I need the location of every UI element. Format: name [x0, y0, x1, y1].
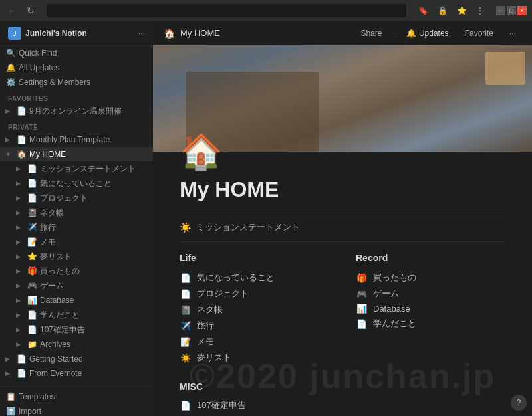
updates-button[interactable]: 🔔 Updates: [401, 27, 454, 40]
memo-icon: 📝: [27, 237, 37, 247]
sidebar-item-templates[interactable]: 📋 Templates: [0, 389, 153, 404]
list-item-travel[interactable]: ✈️ 旅行: [180, 318, 329, 334]
learned-icon: 📄: [27, 310, 37, 320]
page-divider-2: [180, 241, 505, 242]
kinani-label: 気になっていること: [40, 178, 145, 189]
sidebar-item-onsen[interactable]: ▶ 📄 9月のオンライン温泉開催: [0, 104, 153, 118]
sidebar-item-quick-find[interactable]: 🔍 Quick Find: [0, 46, 153, 60]
maximize-button[interactable]: □: [507, 6, 516, 15]
toggle-icon: ▶: [16, 209, 24, 216]
sidebar-item-travel[interactable]: ▶ ✈️ 旅行: [0, 220, 153, 235]
tax-misc-icon: 📄: [180, 401, 192, 411]
separator: ·: [392, 27, 395, 39]
share-button[interactable]: Share: [355, 27, 387, 40]
templates-icon: 📋: [5, 391, 16, 402]
sidebar-item-dream[interactable]: ▶ ⭐ 夢リスト: [0, 249, 153, 264]
learned-label: 学んだこと: [40, 310, 145, 321]
workspace-header[interactable]: J Junichi's Notion ···: [0, 21, 153, 46]
help-button[interactable]: ?: [511, 395, 527, 411]
topbar-actions: Share · 🔔 Updates Favorite ···: [355, 27, 521, 40]
list-item-kinani[interactable]: 📄 気になっていること: [180, 270, 329, 286]
list-item-database[interactable]: 📊 Database: [356, 302, 505, 316]
mission-row[interactable]: ☀️ ミッションステートメント: [180, 219, 505, 236]
refresh-button[interactable]: ↻: [24, 4, 37, 17]
sidebar-item-learned[interactable]: ▶ 📄 学んだこと: [0, 308, 153, 322]
list-item-project[interactable]: 📄 プロジェクト: [180, 286, 329, 302]
neta-item-icon: 📓: [180, 305, 192, 315]
onsen-label: 9月のオンライン温泉開催: [29, 106, 145, 117]
sidebar-item-import[interactable]: ⬆️ Import: [0, 404, 153, 416]
sidebar-item-game[interactable]: ▶ 🎮 ゲーム: [0, 278, 153, 293]
database-item-icon: 📊: [356, 304, 368, 314]
database-item-label: Database: [373, 304, 410, 314]
extension-icon[interactable]: 🔒: [435, 5, 450, 17]
kinani-icon: 📄: [27, 178, 37, 189]
archives-icon: 📁: [27, 339, 37, 350]
close-button[interactable]: ×: [517, 6, 527, 15]
sidebar-item-getting-started[interactable]: ▶ 📄 Getting Started: [0, 352, 153, 366]
sidebar-item-all-updates[interactable]: 🔔 All Updates: [0, 60, 153, 75]
sidebar-item-tax[interactable]: ▶ 📄 107確定申告: [0, 322, 153, 337]
templates-label: Templates: [19, 392, 145, 401]
dream-label: 夢リスト: [40, 251, 145, 262]
workspace-settings-icon[interactable]: ···: [138, 29, 145, 38]
evernote-icon: 📄: [16, 368, 27, 379]
sidebar-item-monthly-plan[interactable]: ▶ 📄 Monthly Plan Template: [0, 132, 153, 147]
bought-label: 買ったもの: [40, 266, 145, 277]
record-title: Record: [356, 253, 505, 263]
neta-icon: 📓: [27, 207, 37, 218]
getting-started-label: Getting Started: [29, 354, 145, 364]
minimize-button[interactable]: −: [496, 6, 505, 15]
sidebar-item-bought[interactable]: ▶ 🎁 買ったもの: [0, 264, 153, 278]
updates-label: Updates: [419, 29, 449, 38]
list-item-neta[interactable]: 📓 ネタ帳: [180, 302, 329, 318]
workspace-icon: J: [8, 27, 21, 40]
tax-misc-label: 107確定申告: [197, 399, 246, 411]
toggle-icon: ▶: [16, 341, 24, 348]
toggle-icon: ▶: [16, 282, 24, 289]
sidebar-item-my-home[interactable]: ▼ 🏠 My HOME: [0, 147, 153, 161]
menu-icon[interactable]: ⭐: [454, 5, 469, 17]
back-button[interactable]: ←: [5, 4, 20, 17]
import-label: Import: [19, 407, 145, 416]
topbar-page-icon: 🏠: [164, 28, 175, 39]
sidebar-item-memo[interactable]: ▶ 📝 メモ: [0, 235, 153, 249]
list-item-game[interactable]: 🎮 ゲーム: [356, 286, 505, 302]
topbar: 🏠 My HOME Share · 🔔 Updates Favorite ···: [153, 21, 532, 45]
mission-text: ミッションステートメント: [196, 221, 300, 233]
sidebar-item-project[interactable]: ▶ 📄 プロジェクト: [0, 191, 153, 205]
list-item-tax-misc[interactable]: 📄 107確定申告: [180, 397, 505, 413]
favorite-button[interactable]: Favorite: [460, 27, 499, 40]
database-label: Database: [40, 296, 145, 305]
mission-label: ミッションステートメント: [40, 163, 145, 175]
list-item-bought[interactable]: 🎁 買ったもの: [356, 270, 505, 286]
import-icon: ⬆️: [5, 406, 16, 416]
app-container: J Junichi's Notion ··· 🔍 Quick Find 🔔 Al…: [0, 21, 532, 416]
game-icon: 🎮: [27, 280, 37, 291]
database-icon: 📊: [27, 295, 37, 306]
list-item-memo[interactable]: 📝 メモ: [180, 334, 329, 350]
bookmark-icon[interactable]: 🔖: [416, 5, 431, 17]
sidebar-item-from-evernote[interactable]: ▶ 📄 From Evernote: [0, 366, 153, 381]
list-item-learned[interactable]: 📄 学んだこと: [356, 316, 505, 332]
evernote-label: From Evernote: [29, 369, 145, 378]
bought-item-label: 買ったもの: [373, 272, 416, 284]
sidebar-item-neta[interactable]: ▶ 📓 ネタ帳: [0, 205, 153, 220]
sidebar-item-settings[interactable]: ⚙️ Settings & Members: [0, 75, 153, 90]
toggle-icon: ▶: [5, 108, 13, 114]
sidebar-item-database[interactable]: ▶ 📊 Database: [0, 293, 153, 308]
sidebar-item-kinani[interactable]: ▶ 📄 気になっていること: [0, 176, 153, 191]
more-button[interactable]: ···: [504, 27, 521, 40]
neta-item-label: ネタ帳: [197, 304, 223, 316]
list-item-archives-misc[interactable]: 📁 Archives: [180, 413, 505, 416]
more-menu-icon[interactable]: ⋮: [473, 5, 487, 17]
onsen-page-icon: 📄: [16, 106, 27, 116]
toggle-icon: ▶: [16, 312, 24, 318]
monthly-plan-icon: 📄: [16, 134, 27, 145]
travel-item-icon: ✈️: [180, 321, 192, 331]
quick-find-label: Quick Find: [19, 49, 145, 58]
sidebar-item-mission[interactable]: ▶ 📄 ミッションステートメント: [0, 161, 153, 176]
main-content: 🏠 My HOME Share · 🔔 Updates Favorite ···: [153, 21, 532, 416]
sidebar-item-archives[interactable]: ▶ 📁 Archives: [0, 337, 153, 352]
list-item-dream[interactable]: ☀️ 夢リスト: [180, 350, 329, 365]
